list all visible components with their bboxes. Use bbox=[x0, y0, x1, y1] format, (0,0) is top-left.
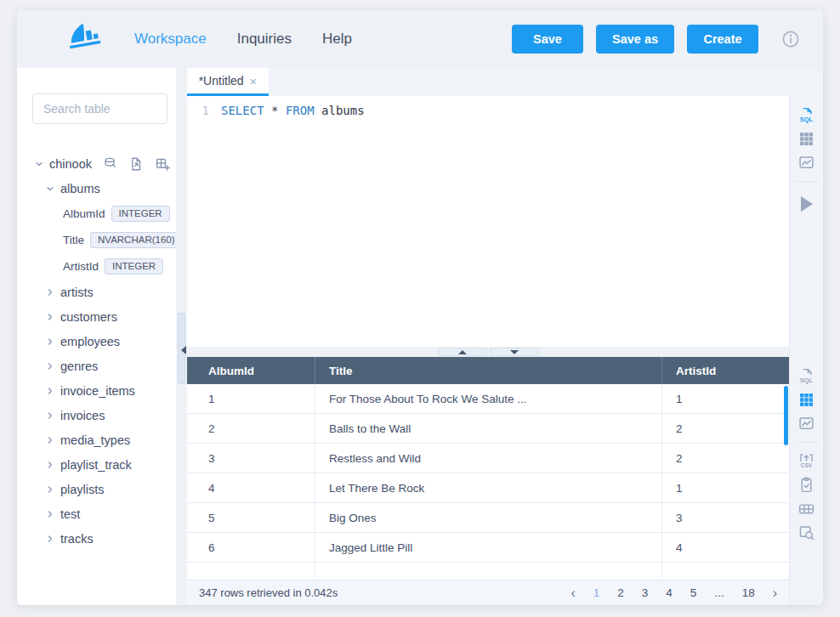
chevron-right-icon bbox=[45, 312, 55, 322]
tree-database-chinook[interactable]: chinook bbox=[17, 151, 176, 176]
table-row: 5Big Ones3 bbox=[187, 503, 789, 533]
table-name: test bbox=[60, 507, 80, 521]
column-header-artistid[interactable]: ArtistId bbox=[661, 357, 789, 384]
copy-to-clipboard-icon[interactable] bbox=[797, 476, 815, 494]
chart-view-icon[interactable] bbox=[797, 415, 815, 433]
cell-albumid: 1 bbox=[187, 384, 315, 413]
database-actions bbox=[102, 156, 170, 172]
chevron-right-icon bbox=[45, 534, 55, 544]
run-query-icon[interactable] bbox=[801, 196, 813, 212]
tree-table-artists[interactable]: artists bbox=[17, 280, 176, 304]
cell-artistid: 4 bbox=[661, 533, 789, 562]
tree-table-genres[interactable]: genres bbox=[17, 354, 176, 378]
table-name: playlist_track bbox=[60, 458, 132, 472]
table-view-icon[interactable] bbox=[797, 391, 815, 409]
save-as-button[interactable]: Save as bbox=[596, 25, 674, 54]
sql-editor[interactable]: 1 SELECT * FROM albums bbox=[187, 96, 789, 347]
preview-data-icon[interactable] bbox=[797, 524, 815, 541]
chevron-down-icon bbox=[34, 159, 44, 169]
sql-view-icon[interactable] bbox=[797, 106, 815, 124]
schema-sidebar: chinook albums AlbumId INTEGER Ti bbox=[17, 68, 176, 605]
collapse-sidebar-icon[interactable] bbox=[181, 346, 186, 354]
save-button[interactable]: Save bbox=[512, 25, 583, 54]
tree-table-media-types[interactable]: media_types bbox=[17, 427, 176, 452]
search-table-input[interactable] bbox=[32, 93, 167, 124]
column-name: Title bbox=[63, 234, 84, 246]
column-type-badge: INTEGER bbox=[105, 258, 163, 275]
page-5[interactable]: 5 bbox=[690, 586, 697, 599]
cell-title: Big Ones bbox=[315, 503, 661, 532]
expand-down-button[interactable] bbox=[490, 348, 539, 356]
schema-tree: chinook albums AlbumId INTEGER Ti bbox=[17, 151, 176, 551]
panel-splitter[interactable] bbox=[187, 347, 823, 357]
top-navigation-bar: Workspace Inquiries Help Save Save as Cr… bbox=[17, 10, 823, 68]
nav-workspace[interactable]: Workspace bbox=[134, 31, 207, 48]
results-scrollbar-thumb[interactable] bbox=[784, 386, 788, 445]
page-2[interactable]: 2 bbox=[617, 586, 624, 599]
results-status-text: 347 rows retrieved in 0.042s bbox=[199, 586, 338, 599]
triangle-up-icon bbox=[458, 350, 467, 354]
add-table-icon[interactable] bbox=[155, 156, 170, 172]
table-name: invoice_items bbox=[60, 384, 135, 398]
cell-title bbox=[315, 563, 661, 579]
sql-text: * bbox=[264, 104, 286, 117]
nav-help[interactable]: Help bbox=[322, 31, 352, 48]
table-row: 4Let There Be Rock1 bbox=[187, 473, 789, 503]
close-icon[interactable]: × bbox=[250, 75, 258, 88]
tree-table-employees[interactable]: employees bbox=[17, 329, 176, 354]
editor-tab-bar: *Untitled × bbox=[187, 68, 823, 96]
column-type-badge: INTEGER bbox=[111, 206, 170, 222]
column-header-albumid[interactable]: AlbumId bbox=[187, 357, 315, 384]
export-csv-icon[interactable] bbox=[797, 452, 815, 470]
chevron-right-icon bbox=[45, 484, 55, 495]
create-table-from-result-icon[interactable] bbox=[797, 500, 815, 518]
tree-table-invoice-items[interactable]: invoice_items bbox=[17, 378, 176, 403]
tree-table-albums[interactable]: albums bbox=[17, 176, 176, 201]
next-page-icon[interactable]: › bbox=[773, 586, 777, 601]
database-icon[interactable] bbox=[102, 156, 117, 172]
editor-line-number: 1 bbox=[187, 104, 221, 347]
table-view-icon[interactable] bbox=[797, 130, 815, 148]
sql-view-icon[interactable] bbox=[797, 367, 815, 385]
tree-table-test[interactable]: test bbox=[17, 501, 176, 526]
tree-table-playlist-track[interactable]: playlist_track bbox=[17, 452, 176, 477]
cell-artistid bbox=[661, 563, 789, 579]
column-name: AlbumId bbox=[63, 207, 105, 220]
cell-title: Let There Be Rock bbox=[315, 473, 661, 502]
tab-untitled[interactable]: *Untitled × bbox=[187, 68, 269, 96]
table-row: 1For Those About To Rock We Salute ...1 bbox=[187, 384, 789, 414]
info-icon[interactable] bbox=[780, 29, 801, 49]
page-4[interactable]: 4 bbox=[666, 586, 673, 599]
app-logo-icon bbox=[63, 20, 102, 59]
tree-table-tracks[interactable]: tracks bbox=[17, 526, 176, 551]
main-panel: *Untitled × 1 SELECT * FROM albums bbox=[187, 68, 823, 605]
chevron-right-icon bbox=[45, 435, 55, 445]
tree-table-playlists[interactable]: playlists bbox=[17, 477, 176, 501]
column-header-title[interactable]: Title bbox=[315, 357, 661, 384]
page-3[interactable]: 3 bbox=[642, 586, 649, 599]
page-18[interactable]: 18 bbox=[742, 586, 755, 599]
sql-keyword: FROM bbox=[286, 104, 315, 117]
chevron-right-icon bbox=[45, 337, 55, 347]
chart-view-icon[interactable] bbox=[797, 154, 815, 172]
rail-divider bbox=[797, 181, 817, 182]
create-button[interactable]: Create bbox=[687, 25, 758, 54]
import-file-icon[interactable] bbox=[128, 156, 144, 172]
cell-albumid: 2 bbox=[187, 414, 315, 443]
rail-divider bbox=[797, 442, 817, 443]
sidebar-scrollbar-thumb[interactable] bbox=[178, 313, 185, 384]
cell-albumid: 3 bbox=[187, 444, 315, 473]
expand-up-button[interactable] bbox=[438, 348, 487, 356]
results-table-header: AlbumId Title ArtistId bbox=[187, 357, 789, 384]
tree-table-customers[interactable]: customers bbox=[17, 304, 176, 329]
cell-artistid: 3 bbox=[661, 503, 789, 532]
page-1[interactable]: 1 bbox=[593, 586, 600, 599]
chevron-right-icon bbox=[45, 460, 55, 470]
chevron-right-icon bbox=[45, 509, 55, 519]
tree-table-invoices[interactable]: invoices bbox=[17, 403, 176, 427]
prev-page-icon[interactable]: ‹ bbox=[570, 586, 575, 601]
sidebar-splitter[interactable] bbox=[176, 68, 187, 605]
nav-inquiries[interactable]: Inquiries bbox=[237, 31, 292, 48]
cell-title: For Those About To Rock We Salute ... bbox=[315, 384, 661, 413]
tree-column-title: Title NVARCHAR(160) bbox=[17, 227, 176, 253]
